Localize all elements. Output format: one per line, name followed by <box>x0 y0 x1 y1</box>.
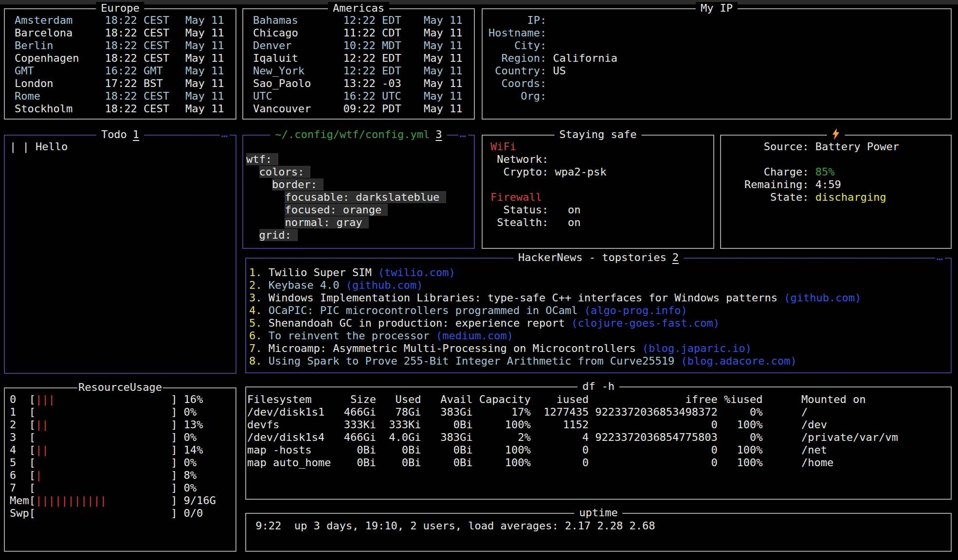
clock-date: May 11 <box>424 103 462 115</box>
meter-value: 16% <box>184 393 203 405</box>
clock-time: 16:22 <box>343 90 381 103</box>
panel-config-file[interactable]: ~/.config/wtf/config.yml3 … wtf: colors:… <box>242 135 475 249</box>
clock-row: Bahamas12:22EDTMay 11 <box>253 14 474 27</box>
config-line-text: focused: orange <box>285 204 388 216</box>
clock-row: Rome18:22CESTMay 11 <box>15 90 235 103</box>
security-line: WiFi <box>490 140 713 153</box>
df-avail: 0Bi <box>421 456 473 469</box>
ip-label: IP: <box>488 14 546 26</box>
clock-timezone: CDT <box>382 27 424 39</box>
ip-value: California <box>553 52 617 64</box>
config-line-text: focusable: darkslateblue <box>285 191 446 203</box>
todo-item[interactable]: | |Hello <box>10 140 235 153</box>
df-used: 0Bi <box>376 444 421 456</box>
df-percent-iused: 100% <box>718 444 763 456</box>
df-iused: 0 <box>531 456 589 469</box>
ip-info-row: Hostname: <box>488 27 951 39</box>
hackernews-story[interactable]: 1.Twilio Super SIM(twilio.com) <box>249 266 951 279</box>
config-line: focused: orange <box>246 204 474 216</box>
clock-row: Sao_Paolo13:22-03May 11 <box>253 77 474 90</box>
meter-close-bracket: ] <box>171 494 177 507</box>
battery-row: State:discharging <box>744 191 951 204</box>
config-line: focusable: darkslateblue <box>246 191 474 204</box>
story-url-link[interactable]: (blog.japaric.io) <box>642 342 752 354</box>
clock-city: UTC <box>253 90 343 103</box>
hackernews-story[interactable]: 6.To reinvent the processor(medium.com) <box>249 330 951 342</box>
clock-timezone: EDT <box>382 52 424 65</box>
config-line: border: <box>246 178 474 191</box>
hackernews-story[interactable]: 7.Microamp: Asymmetric Multi-Processing … <box>249 342 951 355</box>
panel-todo[interactable]: Todo1 … | |Hello <box>4 135 236 374</box>
config-line-text: wtf: <box>246 153 278 165</box>
hackernews-story[interactable]: 3.Windows Implementation Libraries: type… <box>249 292 951 304</box>
story-url-link[interactable]: (algo-prog.info) <box>584 304 687 316</box>
hackernews-story[interactable]: 5.Shenandoah GC in production: experienc… <box>249 317 951 330</box>
story-url-link[interactable]: (github.com) <box>346 279 423 291</box>
meter-open-bracket: [ <box>29 456 36 469</box>
meter-label: 7 <box>10 482 29 494</box>
df-percent-iused: 0% <box>718 431 763 444</box>
story-number: 6. <box>249 330 262 342</box>
clock-city: Copenhagen <box>15 52 105 65</box>
df-col-ifree: ifree <box>589 393 718 406</box>
df-capacity: 100% <box>473 456 531 469</box>
config-line: normal: gray <box>246 216 474 229</box>
meter-open-bracket: [ <box>29 494 36 507</box>
clock-city: Amsterdam <box>15 14 105 27</box>
hackernews-story[interactable]: 2.Keybase 4.0(github.com) <box>249 279 951 292</box>
meter-value: 8% <box>184 469 197 481</box>
ip-info-row: Region:California <box>488 52 951 65</box>
meter-close-bracket: ] <box>171 444 177 456</box>
meter-value: 9/16G <box>184 494 216 507</box>
ip-label: Hostname: <box>488 27 546 39</box>
ip-info-row: Coords: <box>488 77 951 90</box>
resource-meter-row: Mem[|||||||||||]9/16G <box>10 494 235 507</box>
df-ifree: 0 <box>589 419 718 431</box>
clock-row: Amsterdam18:22CESTMay 11 <box>15 14 235 27</box>
clock-timezone: GMT <box>144 65 185 77</box>
config-line-text: colors: <box>259 166 311 178</box>
df-filesystem: map -hosts <box>247 444 337 456</box>
story-url-link[interactable]: (github.com) <box>784 292 861 304</box>
config-line: grid: <box>246 229 474 242</box>
meter-label: Mem <box>10 494 29 507</box>
meter-close-bracket: ] <box>171 507 177 519</box>
panel-hackernews[interactable]: HackerNews - topstories2 … 1.Twilio Supe… <box>245 258 952 373</box>
clock-date: May 11 <box>185 90 224 102</box>
clock-date: May 11 <box>185 52 224 64</box>
story-url-link[interactable]: (medium.com) <box>436 330 513 342</box>
df-col-avail: Avail <box>421 393 473 406</box>
clock-city: Vancouver <box>253 103 343 115</box>
ip-label: Country: <box>488 65 546 77</box>
story-title: Twilio Super SIM <box>269 266 372 279</box>
df-col-percent-iused: %iused <box>718 393 763 406</box>
clock-time: 09:22 <box>343 103 381 115</box>
clock-date: May 11 <box>185 77 224 89</box>
clock-timezone: MDT <box>382 39 424 52</box>
story-url-link[interactable]: (clojure-goes-fast.com) <box>571 317 720 329</box>
resource-meter-row: 4[||]14% <box>10 444 235 456</box>
config-code: wtf: colors: border: focusable: darkslat… <box>243 136 474 242</box>
battery-value: 85% <box>815 166 835 178</box>
clock-date: May 11 <box>424 27 462 39</box>
clock-date: May 11 <box>185 27 224 39</box>
df-filesystem: /dev/disk1s1 <box>247 406 337 419</box>
story-url-link[interactable]: (twilio.com) <box>378 266 455 279</box>
story-number: 7. <box>249 342 262 355</box>
df-col-capacity: Capacity <box>473 393 531 406</box>
panel-my-ip: My IP IP: Hostname: City: Region:Califor… <box>482 8 952 120</box>
hackernews-story[interactable]: 4.OCaPIC: PIC microcontrollers programme… <box>249 304 951 317</box>
meter-label: 0 <box>10 393 29 406</box>
meter-close-bracket: ] <box>171 419 177 431</box>
df-filesystem: /dev/disk1s4 <box>247 431 337 444</box>
clock-row: Barcelona18:22CESTMay 11 <box>15 27 235 39</box>
story-number: 5. <box>249 317 262 330</box>
security-line: Status: on <box>490 204 713 216</box>
todo-checkbox[interactable]: | | <box>10 140 29 153</box>
df-ifree: 0 <box>589 456 718 469</box>
story-url-link[interactable]: (blog.adacore.com) <box>681 355 796 367</box>
battery-value: 4:59 <box>815 178 841 191</box>
meter-bars: | <box>36 469 171 482</box>
clock-time: 18:22 <box>105 27 143 39</box>
hackernews-story[interactable]: 8.Using Spark to Prove 255-Bit Integer A… <box>249 355 951 368</box>
